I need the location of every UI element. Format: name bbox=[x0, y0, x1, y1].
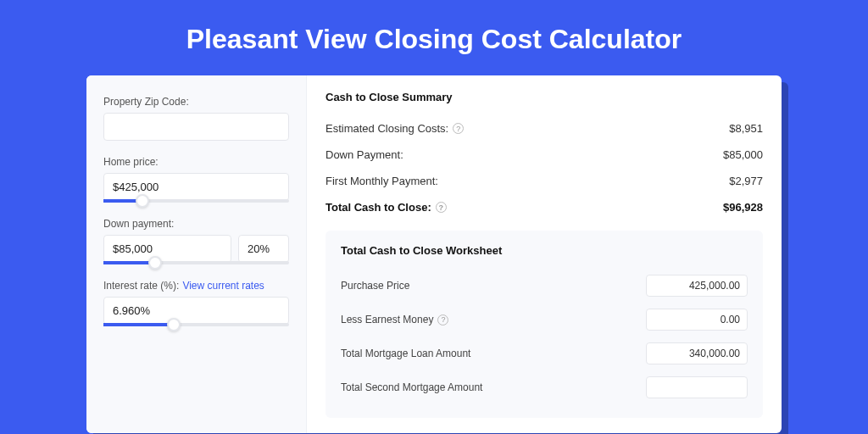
interest-rate-label: Interest rate (%): bbox=[103, 280, 179, 292]
ws-label: Less Earnest Money bbox=[341, 314, 433, 326]
help-icon[interactable]: ? bbox=[453, 123, 464, 134]
zip-label: Property Zip Code: bbox=[103, 96, 289, 108]
field-interest-rate: Interest rate (%): View current rates bbox=[103, 280, 289, 326]
help-icon[interactable]: ? bbox=[436, 202, 447, 213]
ws-row-purchase-price: Purchase Price bbox=[341, 269, 748, 303]
ws-input-mortgage-loan[interactable] bbox=[646, 342, 748, 364]
ws-input-second-mortgage[interactable] bbox=[646, 376, 748, 398]
field-down-payment: Down payment: bbox=[103, 218, 289, 264]
down-payment-pct-input[interactable] bbox=[238, 235, 289, 263]
summary-title: Cash to Close Summary bbox=[326, 91, 763, 103]
interest-rate-slider[interactable] bbox=[103, 323, 289, 326]
ws-row-mortgage-loan: Total Mortgage Loan Amount bbox=[341, 337, 748, 370]
calculator-card: Property Zip Code: Home price: Down paym… bbox=[86, 75, 782, 433]
ws-input-earnest-money[interactable] bbox=[646, 309, 748, 331]
summary-row-first-monthly: First Monthly Payment: $2,977 bbox=[326, 168, 763, 194]
field-home-price: Home price: bbox=[103, 156, 289, 203]
ws-row-earnest-money: Less Earnest Money ? bbox=[341, 303, 748, 337]
interest-rate-input[interactable] bbox=[103, 297, 289, 325]
summary-row-closing-costs: Estimated Closing Costs: ? $8,951 bbox=[326, 115, 763, 142]
summary-total-value: $96,928 bbox=[723, 201, 763, 214]
down-payment-label: Down payment: bbox=[103, 218, 289, 230]
help-icon[interactable]: ? bbox=[437, 314, 448, 326]
summary-label: Down Payment: bbox=[326, 148, 403, 161]
summary-value: $8,951 bbox=[729, 122, 763, 135]
home-price-label: Home price: bbox=[103, 156, 289, 168]
slider-thumb-icon[interactable] bbox=[136, 194, 149, 208]
ws-row-second-mortgage: Total Second Mortgage Amount bbox=[341, 370, 748, 404]
field-property-zip: Property Zip Code: bbox=[103, 96, 289, 141]
home-price-slider[interactable] bbox=[103, 199, 289, 203]
summary-label: First Monthly Payment: bbox=[326, 175, 438, 187]
page-title: Pleasant View Closing Cost Calculator bbox=[0, 0, 868, 75]
ws-label: Total Mortgage Loan Amount bbox=[341, 348, 470, 359]
summary-label: Estimated Closing Costs: bbox=[326, 122, 448, 135]
summary-total-label: Total Cash to Close: bbox=[326, 201, 431, 214]
slider-thumb-icon[interactable] bbox=[148, 256, 162, 270]
worksheet: Total Cash to Close Worksheet Purchase P… bbox=[326, 231, 763, 418]
summary-row-down-payment: Down Payment: $85,000 bbox=[326, 142, 763, 168]
summary-value: $85,000 bbox=[723, 148, 763, 161]
summary-row-total: Total Cash to Close: ? $96,928 bbox=[326, 194, 763, 220]
view-current-rates-link[interactable]: View current rates bbox=[182, 280, 264, 292]
zip-input[interactable] bbox=[103, 113, 289, 141]
ws-label: Purchase Price bbox=[341, 280, 409, 292]
summary-value: $2,977 bbox=[729, 175, 763, 187]
ws-label: Total Second Mortgage Amount bbox=[341, 381, 482, 393]
ws-input-purchase-price[interactable] bbox=[646, 275, 748, 297]
slider-thumb-icon[interactable] bbox=[167, 318, 181, 331]
down-payment-input[interactable] bbox=[103, 235, 231, 263]
worksheet-title: Total Cash to Close Worksheet bbox=[341, 244, 748, 257]
home-price-input[interactable] bbox=[103, 173, 289, 201]
down-payment-slider[interactable] bbox=[103, 261, 289, 264]
inputs-panel: Property Zip Code: Home price: Down paym… bbox=[86, 75, 307, 433]
results-panel: Cash to Close Summary Estimated Closing … bbox=[307, 75, 782, 433]
